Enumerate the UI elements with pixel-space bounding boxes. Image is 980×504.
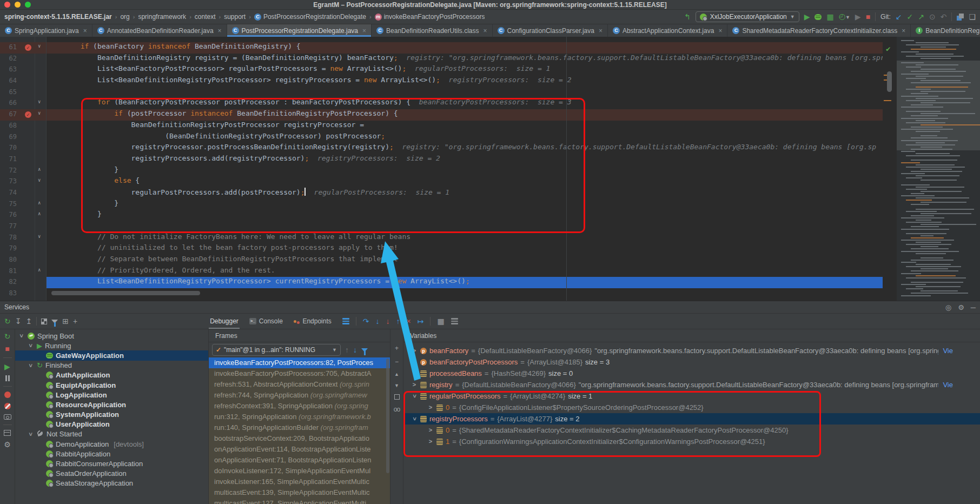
frame-row[interactable]: refresh:531, AbstractApplicationContext … <box>209 379 390 390</box>
breadcrumb-item[interactable]: org <box>120 13 129 21</box>
step-out-icon[interactable]: ↑ <box>396 317 400 325</box>
preview-icon[interactable]: ⊞ <box>62 317 69 325</box>
settings-gear-icon[interactable]: ⚙ <box>4 441 11 448</box>
tool-tab-console[interactable]: >_Console <box>248 314 284 329</box>
breakpoint-icon[interactable]: ✓ <box>25 111 31 118</box>
filter-icon[interactable] <box>51 320 58 323</box>
frames-scrollbar[interactable] <box>386 359 389 473</box>
variable-row[interactable]: >pbeanFactory={DefaultListableBeanFactor… <box>403 345 980 356</box>
code-line[interactable]: } <box>47 210 883 221</box>
tree-item[interactable]: LogApplication <box>15 390 208 400</box>
breadcrumb-item[interactable]: CPostProcessorRegistrationDelegate <box>254 13 366 21</box>
code-line[interactable]: if (beanFactory instanceof BeanDefinitio… <box>47 42 883 54</box>
horizontal-scrollbar[interactable] <box>51 291 200 295</box>
evaluate-expression-icon[interactable]: ▦ <box>437 317 444 325</box>
tree-item[interactable]: SeataStorageApplication <box>15 479 208 488</box>
run-to-cursor-icon[interactable]: ↦ <box>418 317 424 325</box>
code-line[interactable]: regularPostProcessors.add(postProcessor)… <box>47 188 883 199</box>
git-update-button[interactable]: ↙ <box>896 13 902 21</box>
code-line[interactable]: for (BeanFactoryPostProcessor postProces… <box>47 98 883 109</box>
frame-row[interactable]: invokeBeanFactoryPostProcessors:82, Post… <box>209 357 390 368</box>
editor-tab[interactable]: CPostProcessorRegistrationDelegate.java× <box>227 24 372 37</box>
variable-row[interactable]: >regularPostProcessors={ArrayList@4274} … <box>403 390 980 402</box>
variable-row[interactable]: >registryProcessors={ArrayList@4277} siz… <box>403 413 980 425</box>
rollback-button[interactable]: ↶ <box>941 13 947 21</box>
tree-item[interactable]: EquiptApplication <box>15 380 208 390</box>
remove-watch-icon[interactable]: − <box>395 358 399 366</box>
tree-item[interactable]: RabbitApplication <box>15 449 208 459</box>
tree-item[interactable]: DemoApplication[devtools] <box>15 439 208 449</box>
drop-frame-icon[interactable]: × <box>406 317 410 325</box>
chevron-collapsed-icon[interactable]: > <box>411 345 418 356</box>
pause-icon[interactable] <box>5 375 10 381</box>
scrollbar-thumb[interactable] <box>887 71 892 92</box>
recent-locations-icon[interactable] <box>957 14 964 21</box>
layout-settings-icon[interactable] <box>451 318 458 324</box>
git-push-button[interactable]: ↗ <box>918 13 924 21</box>
frame-row[interactable]: refreshContext:391, SpringApplication (o… <box>209 401 390 412</box>
back-navigate-icon[interactable]: ↰ <box>684 13 691 21</box>
code-line[interactable]: BeanDefinitionRegistry registry = (BeanD… <box>47 54 883 65</box>
tree-item[interactable]: RabbitConsumerApplication <box>15 459 208 468</box>
move-up-icon[interactable]: ▲ <box>394 372 399 377</box>
code-minimap[interactable] <box>897 37 980 301</box>
code-line[interactable]: List<BeanDefinitionRegistryPostProcessor… <box>47 76 883 87</box>
variable-row[interactable]: >1={ConfigurationWarningsApplicationCont… <box>403 436 980 447</box>
code-line[interactable]: registryProcessors.add(registryProcessor… <box>47 154 883 165</box>
tree-item[interactable]: ResourceApplication <box>15 400 208 409</box>
tree-item[interactable]: SeataOrderApplication <box>15 469 208 479</box>
frame-row[interactable]: multicastEvent:139, SimpleApplicationEve… <box>209 487 390 498</box>
mute-breakpoints-icon[interactable] <box>4 403 11 409</box>
editor-tab[interactable]: CAnnotatedBeanDefinitionReader.java× <box>92 24 227 37</box>
debug-button[interactable] <box>815 14 822 20</box>
variable-row[interactable]: processedBeans={HashSet@4269} size = 0 <box>403 368 980 379</box>
stop-icon[interactable]: ■ <box>5 345 9 353</box>
code-line[interactable]: List<BeanDefinitionRegistryPostProcessor… <box>47 277 883 288</box>
rerun-icon[interactable]: ↻ <box>4 317 11 325</box>
resume-icon[interactable]: ▶ <box>4 363 10 370</box>
variables-list[interactable]: >pbeanFactory={DefaultListableBeanFactor… <box>403 342 980 447</box>
force-step-into-icon[interactable]: ↓ <box>386 317 389 325</box>
breadcrumb-item[interactable]: support <box>224 13 246 21</box>
frame-row[interactable]: run:140, SpringApplicationBuilder (org.s… <box>209 422 390 433</box>
hide-panel-icon[interactable]: ─ <box>971 303 976 311</box>
code-editor[interactable]: 61✓∨6263646566∨67✓∨6869707172∧73∨7475∧76… <box>0 37 980 301</box>
variable-row[interactable]: >registry={DefaultListableBeanFactory@40… <box>403 379 980 390</box>
profiler-button[interactable]: ◴▼ <box>839 12 850 21</box>
step-into-icon[interactable]: ↓ <box>375 317 379 325</box>
float-mode-icon[interactable]: ◎ <box>945 303 951 311</box>
code-line[interactable]: else { <box>47 176 883 188</box>
chevron-expanded-icon[interactable]: > <box>409 416 420 422</box>
chevron-expanded-icon[interactable]: > <box>28 431 34 437</box>
layout-icon[interactable] <box>4 430 11 436</box>
chevron-collapsed-icon[interactable]: > <box>427 425 434 436</box>
chevron-collapsed-icon[interactable]: > <box>411 356 418 368</box>
chevron-expanded-icon[interactable]: > <box>28 342 34 349</box>
variable-row[interactable]: >pbeanFactoryPostProcessors={ArrayList@4… <box>403 356 980 368</box>
services-tree[interactable]: >Spring Boot>▶RunningGateWayApplication>… <box>15 329 209 504</box>
frame-row[interactable]: run:312, SpringApplication (org.springfr… <box>209 412 390 422</box>
editor-code[interactable]: if (beanFactory instanceof BeanDefinitio… <box>47 37 883 301</box>
hide-panels-button[interactable]: ❏ <box>969 13 976 21</box>
stop-button[interactable]: ■ <box>866 13 870 21</box>
chevron-collapsed-icon[interactable]: > <box>427 436 434 447</box>
chevron-expanded-icon[interactable]: > <box>18 333 25 339</box>
history-button[interactable]: ⊙ <box>929 13 936 21</box>
step-over-icon[interactable]: ↷ <box>363 317 369 325</box>
rerun-debug-icon[interactable]: ↻ <box>4 333 11 340</box>
close-tab-icon[interactable]: × <box>902 27 905 35</box>
chevron-collapsed-icon[interactable]: > <box>427 402 434 413</box>
tree-item[interactable]: >Spring Boot <box>15 331 208 341</box>
editor-tab[interactable]: CSharedMetadataReaderFactoryContextIniti… <box>727 24 911 37</box>
git-commit-button[interactable]: ✓ <box>907 13 913 21</box>
variable-row[interactable]: >0={SharedMetadataReaderFactoryContextIn… <box>403 425 980 436</box>
editor-tab[interactable]: CConfigurationClassParser.java× <box>493 24 608 37</box>
code-line[interactable]: if (postProcessor instanceof BeanDefinit… <box>47 109 883 121</box>
collapse-all-icon[interactable]: ↥ <box>25 317 32 325</box>
expand-all-icon[interactable]: ↧ <box>15 317 22 325</box>
close-tab-icon[interactable]: × <box>599 27 602 35</box>
editor-scrollbar[interactable]: ✔ <box>883 37 897 301</box>
code-line[interactable]: } <box>47 199 883 210</box>
show-watches-icon[interactable]: oo <box>394 406 400 413</box>
frame-row[interactable]: bootstrapServiceContext:209, BootstrapAp… <box>209 433 390 444</box>
